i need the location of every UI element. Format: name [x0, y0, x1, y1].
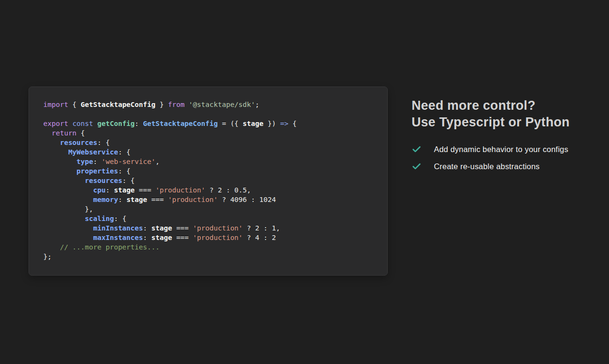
- feature-label: Add dynamic behavior to your configs: [434, 145, 568, 154]
- check-icon: [412, 144, 422, 154]
- section-title: Need more control? Use Typescript or Pyt…: [412, 97, 588, 131]
- code-card: import { GetStacktapeConfig } from '@sta…: [29, 86, 388, 276]
- feature-label: Create re-usable abstractions: [434, 162, 540, 171]
- code-block: import { GetStacktapeConfig } from '@sta…: [43, 100, 373, 261]
- list-item: Create re-usable abstractions: [412, 162, 588, 172]
- feature-panel: Need more control? Use Typescript or Pyt…: [412, 97, 588, 179]
- section-title-line1: Need more control?: [412, 98, 535, 113]
- list-item: Add dynamic behavior to your configs: [412, 144, 588, 154]
- section-title-line2: Use Typescript or Python: [412, 115, 570, 129]
- feature-list: Add dynamic behavior to your configs Cre…: [412, 144, 588, 172]
- check-icon: [412, 162, 422, 172]
